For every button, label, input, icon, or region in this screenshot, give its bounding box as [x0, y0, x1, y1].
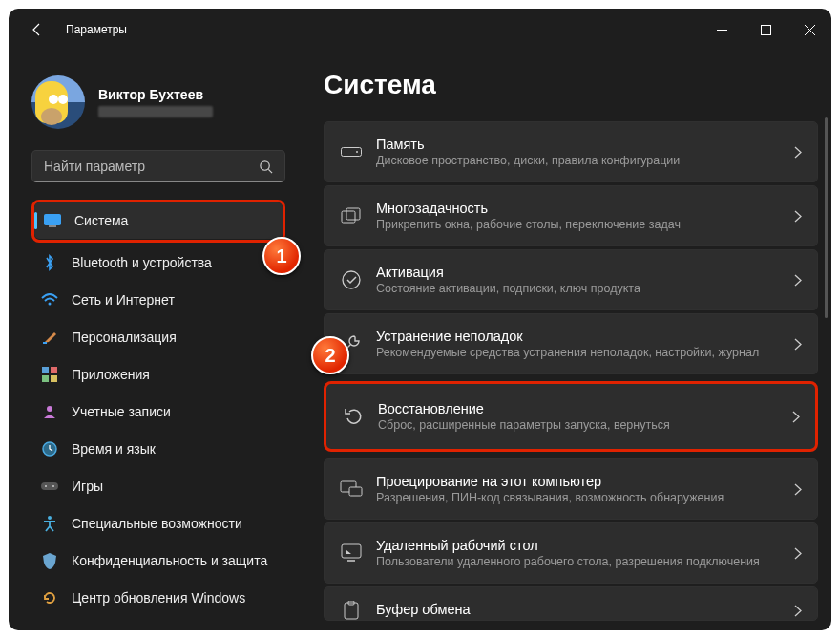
card-title: Многозадачность [376, 201, 788, 216]
nav-label: Специальные возможности [72, 516, 242, 531]
card-title: Активация [376, 265, 788, 280]
annotation-badge-1: 1 [262, 237, 301, 275]
close-button[interactable] [788, 9, 831, 51]
svg-point-19 [356, 151, 358, 153]
nav-gaming[interactable]: Игры [32, 468, 285, 504]
nav-update[interactable]: Центр обновления Windows [32, 580, 285, 616]
card-title: Устранение неполадок [376, 329, 788, 344]
card-storage[interactable]: ПамятьДисковое пространство, диски, прав… [324, 121, 818, 182]
nav-system[interactable]: Система [34, 202, 283, 239]
chevron-right-icon [794, 338, 802, 351]
card-troubleshoot[interactable]: Устранение неполадокРекомендуемые средст… [324, 313, 818, 374]
gaming-icon [41, 478, 58, 495]
svg-rect-1 [761, 25, 770, 34]
content-area: Система ПамятьДисковое пространство, дис… [297, 51, 831, 630]
svg-rect-24 [349, 487, 362, 496]
brush-icon [41, 329, 58, 346]
multitask-icon [332, 207, 370, 224]
chevron-right-icon [794, 483, 802, 496]
svg-point-12 [47, 406, 52, 412]
wifi-icon [41, 291, 58, 309]
svg-rect-25 [342, 544, 361, 558]
chevron-right-icon [792, 411, 800, 423]
scrollbar[interactable] [825, 117, 828, 318]
page-title: Система [324, 70, 831, 100]
svg-rect-5 [49, 225, 56, 227]
back-button[interactable] [18, 11, 56, 49]
recovery-icon [334, 406, 372, 427]
card-sub: Рекомендуемые средства устранения непола… [376, 346, 788, 359]
sidebar: Виктор Бухтеев Система [9, 51, 297, 630]
svg-rect-14 [41, 482, 58, 490]
chevron-right-icon [794, 210, 802, 223]
nav-bluetooth[interactable]: Bluetooth и устройства [32, 245, 285, 281]
svg-rect-7 [43, 342, 47, 344]
nav-time[interactable]: Время и язык [32, 431, 285, 467]
card-title: Память [376, 137, 788, 152]
maximize-button[interactable] [744, 9, 788, 51]
svg-point-16 [52, 485, 54, 487]
card-title: Проецирование на этот компьютер [376, 474, 788, 489]
bluetooth-icon [41, 254, 58, 271]
nav-accounts[interactable]: Учетные записи [32, 394, 285, 430]
card-multitasking[interactable]: МногозадачностьПрикрепить окна, рабочие … [324, 185, 818, 246]
card-remote-desktop[interactable]: Удаленный рабочий столПользователи удале… [324, 522, 818, 584]
svg-rect-27 [345, 603, 358, 619]
shield-icon [41, 552, 58, 569]
window-controls [700, 9, 831, 51]
clipboard-icon [332, 601, 370, 620]
annotation-highlight-1: Система [32, 200, 285, 243]
nav-privacy[interactable]: Конфиденциальность и защита [32, 543, 285, 579]
card-sub: Разрешения, ПИН-код связывания, возможно… [376, 491, 788, 504]
settings-window: Параметры Виктор Бухтеев [9, 9, 831, 630]
card-title: Удаленный рабочий стол [376, 538, 788, 553]
card-clipboard[interactable]: Буфер обмена [324, 586, 818, 621]
card-activation[interactable]: АктивацияСостояние активации, подписки, … [324, 249, 818, 310]
card-projecting[interactable]: Проецирование на этот компьютерРазрешени… [324, 458, 818, 520]
nav-label: Bluetooth и устройства [72, 255, 212, 270]
projecting-icon [332, 480, 370, 498]
nav-label: Система [74, 213, 128, 228]
update-icon [41, 589, 58, 607]
nav-accessibility[interactable]: Специальные возможности [32, 505, 285, 542]
nav-network[interactable]: Сеть и Интернет [32, 282, 285, 318]
accessibility-icon [41, 515, 58, 532]
system-icon [44, 212, 61, 229]
card-sub: Дисковое пространство, диски, правила ко… [376, 154, 788, 167]
nav-label: Сеть и Интернет [72, 292, 175, 308]
svg-rect-21 [346, 208, 360, 220]
storage-icon [332, 144, 370, 160]
nav-label: Учетные записи [72, 404, 171, 419]
chevron-right-icon [794, 605, 802, 617]
search-icon [259, 160, 273, 174]
nav-label: Игры [72, 479, 103, 494]
card-title: Буфер обмена [376, 602, 788, 617]
annotation-badge-2: 2 [311, 336, 349, 374]
svg-rect-18 [342, 148, 362, 157]
nav-personalization[interactable]: Персонализация [32, 319, 285, 355]
svg-point-2 [261, 160, 269, 169]
card-recovery[interactable]: ВосстановлениеСброс, расширенные парамет… [324, 381, 818, 452]
nav-label: Время и язык [72, 441, 156, 457]
remote-icon [332, 543, 370, 563]
chevron-right-icon [794, 146, 802, 159]
card-sub: Пользователи удаленного рабочего стола, … [376, 555, 788, 568]
search-input[interactable] [44, 159, 259, 174]
profile-block[interactable]: Виктор Бухтеев [32, 74, 285, 131]
svg-rect-20 [342, 211, 355, 223]
svg-rect-10 [42, 375, 49, 382]
search-box[interactable] [32, 150, 285, 182]
titlebar: Параметры [9, 9, 831, 51]
activation-icon [332, 269, 370, 290]
minimize-button[interactable] [700, 9, 744, 51]
profile-email-redacted [98, 106, 213, 117]
card-sub: Прикрепить окна, рабочие столы, переключ… [376, 218, 788, 231]
nav-label: Приложения [72, 367, 150, 382]
card-sub: Сброс, расширенные параметры запуска, ве… [378, 418, 787, 432]
accounts-icon [41, 403, 58, 420]
card-title: Восстановление [378, 401, 787, 416]
profile-name: Виктор Бухтеев [98, 87, 213, 102]
avatar [32, 75, 85, 129]
nav-apps[interactable]: Приложения [32, 356, 285, 393]
apps-icon [41, 366, 58, 383]
